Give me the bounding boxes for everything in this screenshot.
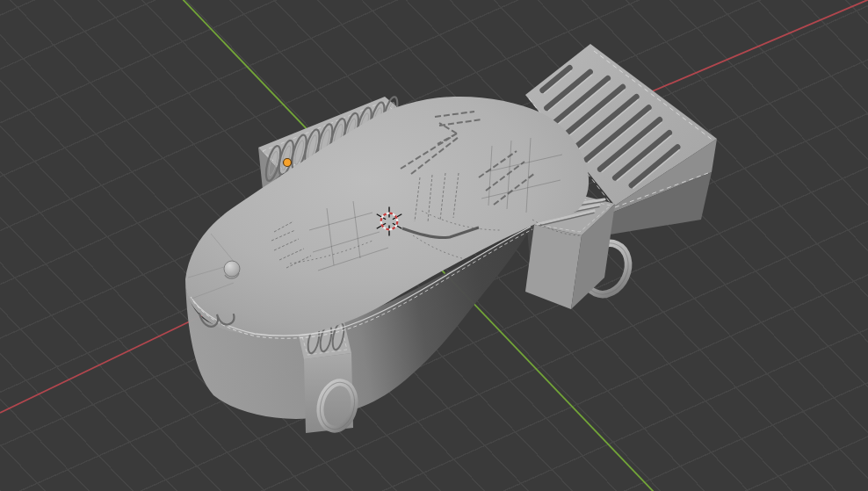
eye <box>224 261 240 277</box>
axis-x-line-left <box>0 309 215 413</box>
fish-model[interactable] <box>185 44 717 433</box>
object-origin-dot[interactable] <box>284 159 292 167</box>
scene-canvas <box>0 0 868 491</box>
body-top <box>185 97 589 338</box>
axis-x-line-right <box>644 0 868 95</box>
body-top-surface <box>185 97 589 336</box>
viewport-3d[interactable] <box>0 0 868 491</box>
